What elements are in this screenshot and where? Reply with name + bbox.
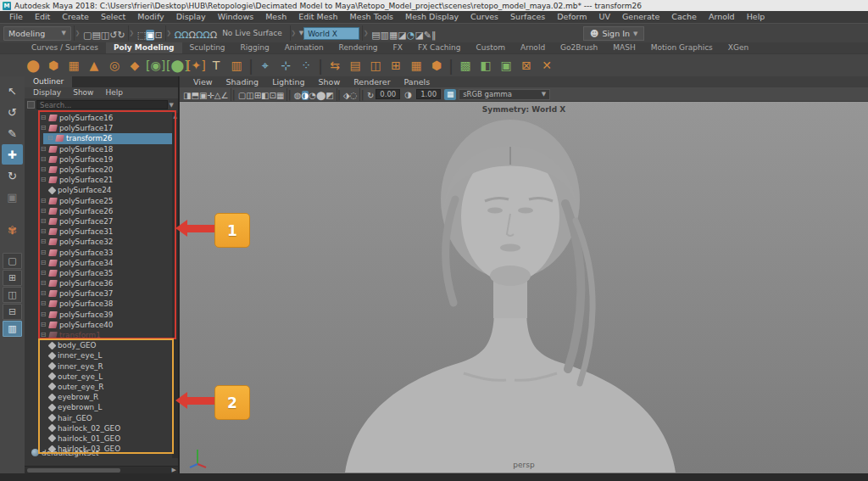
shelf-tool-icon[interactable]: [✦] xyxy=(186,59,205,72)
expand-toggle-icon[interactable] xyxy=(40,383,47,390)
shelf-tab[interactable]: XGen xyxy=(721,42,756,53)
outliner-row[interactable]: polySurface17 xyxy=(25,123,172,133)
expand-toggle-icon[interactable] xyxy=(40,404,47,411)
outliner-row[interactable]: polySurface26 xyxy=(25,206,172,216)
shelf-tool-icon[interactable]: ◆ xyxy=(125,59,144,72)
render-icon[interactable]: ◪ xyxy=(415,30,423,41)
shelf-tool-icon[interactable]: | xyxy=(448,57,454,75)
selection-mask-icon[interactable]: ⊡ xyxy=(154,30,162,41)
toolbox-tool[interactable]: ↖ xyxy=(2,81,23,101)
chevron-down-icon[interactable]: ▼ xyxy=(170,102,175,109)
viewport-tool-icon[interactable]: ◔ xyxy=(309,91,316,100)
viewport-tool-icon[interactable]: | xyxy=(359,88,364,101)
menu-item[interactable]: Edit xyxy=(29,11,56,23)
file-icon[interactable]: ▢ xyxy=(83,30,92,41)
selection-mask-icon[interactable]: ▣ xyxy=(146,30,154,41)
outliner-row[interactable]: polySurface16 xyxy=(25,113,172,123)
viewport-tool-icon[interactable]: | xyxy=(231,88,235,101)
color-management-icon[interactable]: ▦ xyxy=(444,89,456,100)
expand-toggle-icon[interactable] xyxy=(40,260,47,266)
outliner-row[interactable]: polySurface35 xyxy=(25,268,172,278)
shelf-tab[interactable]: Poly Modeling xyxy=(106,42,182,53)
outliner-row[interactable]: polySurface36 xyxy=(25,278,172,288)
menu-item[interactable]: Mesh Display xyxy=(399,11,465,23)
outliner-row[interactable]: transform1 xyxy=(25,330,172,340)
render-icon[interactable]: ▦ xyxy=(389,30,398,41)
outliner-row[interactable]: polySurface21 xyxy=(25,175,172,185)
expand-toggle-icon[interactable] xyxy=(40,156,47,163)
magnet-snap-icon[interactable]: Ω xyxy=(175,30,181,41)
toolbox-tool[interactable]: ◫ xyxy=(3,287,22,303)
shelf-tool-icon[interactable]: ⊞ xyxy=(387,59,405,72)
toolbox-tool[interactable]: ▥ xyxy=(3,321,22,337)
status-separator[interactable]: ❯ xyxy=(128,25,135,41)
sign-in-button[interactable]: ☻ Sign In ▼ xyxy=(583,26,644,41)
viewport-tool-icon[interactable]: ◩ xyxy=(326,91,333,100)
expand-toggle-icon[interactable] xyxy=(40,280,47,287)
outliner-row[interactable]: transform26 xyxy=(43,133,172,143)
scroll-up-icon[interactable]: ▲ xyxy=(172,113,178,119)
expand-toggle-icon[interactable] xyxy=(40,435,47,442)
shelf-tab[interactable]: Arnold xyxy=(513,42,553,53)
outliner-row[interactable]: body_GEO xyxy=(25,340,172,350)
outliner-row[interactable]: hair_GEO xyxy=(25,412,172,422)
shelf-tool-icon[interactable]: [◉] xyxy=(146,59,164,72)
expand-toggle-icon[interactable] xyxy=(40,198,47,204)
viewport-canvas[interactable]: Symmetry: World X xyxy=(180,102,868,473)
shelf-tool-icon[interactable]: ⁘ xyxy=(297,59,315,72)
outliner-row[interactable]: polySurface19 xyxy=(25,154,172,165)
shelf-tool-icon[interactable]: ▥ xyxy=(227,59,246,72)
toolbox-tool[interactable]: ✾ xyxy=(2,220,23,240)
menu-item[interactable]: Help xyxy=(741,11,771,23)
outliner-row[interactable]: polySurface24 xyxy=(25,185,172,195)
outliner-row[interactable]: polySurface25 xyxy=(25,196,172,206)
status-separator[interactable]: ❯ xyxy=(74,25,81,41)
expand-toggle-icon[interactable] xyxy=(40,290,47,297)
magnet-snap-icon[interactable]: Ω xyxy=(203,30,209,41)
shelf-tool-icon[interactable]: T xyxy=(207,59,225,72)
toolbox-tool[interactable]: ↺ xyxy=(2,102,23,122)
viewport-tool-icon[interactable]: ◫ xyxy=(246,91,253,100)
shelf-tool-icon[interactable]: ⇆ xyxy=(326,59,344,72)
expand-toggle-icon[interactable] xyxy=(40,311,47,318)
shelf-tool-icon[interactable]: ⊹ xyxy=(276,59,295,72)
exposure-field[interactable]: 0.00 xyxy=(376,89,400,99)
expand-toggle-icon[interactable] xyxy=(40,300,47,307)
viewport-tool-icon[interactable]: ▦ xyxy=(276,91,284,100)
expand-toggle-icon[interactable] xyxy=(40,322,47,328)
shelf-tab[interactable]: Go2Brush xyxy=(553,42,605,53)
outliner-row[interactable]: hairlock_02_GEO xyxy=(25,423,172,433)
file-icon[interactable]: ↻ xyxy=(117,30,125,41)
viewport-tool-icon[interactable]: ⬤ xyxy=(316,91,326,100)
shelf-tab[interactable]: Rigging xyxy=(233,42,277,53)
expand-toggle-icon[interactable] xyxy=(40,228,47,235)
shelf-tool-icon[interactable]: ⬢ xyxy=(427,59,446,72)
outliner-menu-item[interactable]: Help xyxy=(99,87,129,98)
toolbox-tool[interactable]: ✎ xyxy=(2,123,23,143)
outliner-row-lightset[interactable]: defaultLightSet xyxy=(25,448,178,458)
outliner-row[interactable]: polySurface38 xyxy=(25,299,172,309)
outliner-tab[interactable]: Outliner xyxy=(25,76,72,87)
viewport-tool-icon[interactable]: ∠ xyxy=(220,91,228,100)
expand-toggle-icon[interactable] xyxy=(40,125,47,131)
viewport-tool-icon[interactable]: ◑ xyxy=(302,91,309,100)
shelf-tool-icon[interactable]: [⬤] xyxy=(166,59,185,72)
expand-toggle-icon[interactable] xyxy=(40,249,47,256)
color-space-dropdown[interactable]: sRGB gamma ▼ xyxy=(459,89,550,100)
outliner-menu-item[interactable]: Display xyxy=(27,87,67,98)
render-icon[interactable]: ◪ xyxy=(398,30,406,41)
outliner-row[interactable]: polySurface37 xyxy=(25,288,172,299)
filter-icon[interactable] xyxy=(27,101,35,109)
render-icon[interactable]: ✎ xyxy=(424,30,431,41)
render-icon[interactable]: ◔ xyxy=(407,30,415,41)
shelf-tool-icon[interactable]: ▤ xyxy=(346,59,364,72)
expand-toggle-icon[interactable] xyxy=(40,176,47,183)
expand-toggle-icon[interactable] xyxy=(40,187,47,193)
menu-item[interactable]: Modify xyxy=(131,11,170,23)
expand-toggle-icon[interactable] xyxy=(40,363,47,370)
expand-toggle-icon[interactable] xyxy=(40,208,47,215)
outliner-row[interactable]: polySurface18 xyxy=(25,144,172,154)
viewport-tool-icon[interactable]: ⬒ xyxy=(191,91,198,100)
magnet-snap-icon[interactable]: Ω xyxy=(210,30,217,41)
shelf-tab[interactable]: FX xyxy=(386,42,410,53)
